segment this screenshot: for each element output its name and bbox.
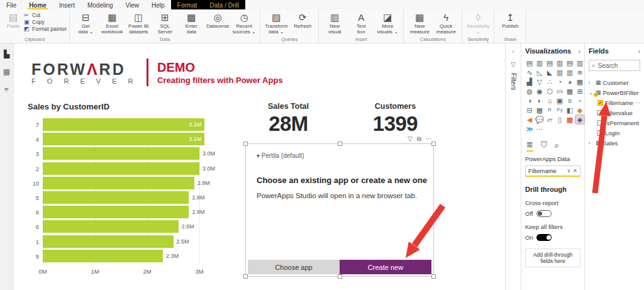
visual-type-icon-25[interactable]: ◐ <box>535 96 544 105</box>
resize-handle-n[interactable] <box>338 142 342 146</box>
resize-handle-nw[interactable] <box>243 142 248 146</box>
visual-type-icon-14[interactable]: ∴ <box>545 77 554 86</box>
visual-type-icon-28[interactable]: ≡ <box>565 96 574 105</box>
app-selector-dropdown[interactable]: ▾ Pertila (default) <box>257 152 304 159</box>
expand-icon[interactable]: ⌄ <box>589 90 594 96</box>
data-view-icon[interactable]: ▦ <box>3 67 11 76</box>
ribbon-tab-data-drill[interactable]: Data / Drill <box>203 0 245 9</box>
card-sales-total[interactable]: Sales Total 28M <box>245 99 331 141</box>
new-measure-button[interactable]: ▦New measure <box>406 11 433 35</box>
visual-type-icon-19[interactable]: ◉ <box>535 87 544 96</box>
visual-type-icon-6[interactable]: ∿ <box>525 68 534 77</box>
collapse-visualizations-icon[interactable]: › <box>579 48 580 55</box>
drill-through-drop-zone[interactable]: Add drill-through fields here <box>525 248 580 267</box>
pill-remove-icon[interactable]: ✕ <box>573 168 577 174</box>
visual-type-icon-4[interactable]: ▤ <box>565 59 574 67</box>
expand-icon[interactable]: › <box>589 80 594 86</box>
visual-type-icon-31[interactable]: ▦ <box>535 106 544 114</box>
visual-type-icon-2[interactable]: ▤ <box>545 59 554 67</box>
chart-bar[interactable] <box>43 206 189 218</box>
fields-search-input[interactable]: ⌕ Search <box>589 60 640 71</box>
ribbon-tab-insert[interactable]: Insert <box>53 0 81 9</box>
visual-type-icon-8[interactable]: ◣ <box>545 68 554 77</box>
visual-type-icon-9[interactable]: ▥ <box>555 68 564 77</box>
fields-field-filtername[interactable]: ✓Filtername⋯ <box>589 98 640 108</box>
visual-type-icon-26[interactable]: ⌂ <box>545 96 554 105</box>
more-visuals-button[interactable]: ◪More visuals ⌄ <box>374 11 401 35</box>
visual-type-icon-39[interactable]: ▯ <box>555 115 564 124</box>
transform-data-button[interactable]: ▨Transform data ⌄ <box>263 11 289 35</box>
visual-type-icon-10[interactable]: ▥ <box>565 68 574 77</box>
visual-type-icon-42[interactable]: ≫ <box>525 125 534 133</box>
visual-type-icon-1[interactable]: ▥ <box>535 59 544 67</box>
chart-bar[interactable] <box>43 118 204 131</box>
power-bi-datasets-button[interactable]: ◫Power BI datasets <box>125 11 152 35</box>
visual-type-icon-3[interactable]: ▥ <box>555 59 564 67</box>
new-visual-button[interactable]: ▥New visual <box>321 11 348 35</box>
dataverse-button[interactable]: ◎Dataverse <box>204 11 231 29</box>
visual-type-icon-23[interactable]: ⊞ <box>575 87 584 96</box>
field-checkbox[interactable] <box>597 130 603 136</box>
keep-all-filters-toggle[interactable] <box>536 234 552 241</box>
field-well-pill-filtername[interactable]: Filtername ∨ ✕ <box>525 165 580 177</box>
visual-type-icon-33[interactable]: Py <box>555 106 564 114</box>
format-painter-button[interactable]: ◩Format painter <box>24 26 67 32</box>
visual-type-icon-40[interactable]: ▩ <box>565 115 574 124</box>
choose-app-button[interactable]: Choose app <box>248 260 340 274</box>
ribbon-tab-help[interactable]: Help <box>145 0 171 9</box>
fields-field-login[interactable]: Login <box>589 128 640 138</box>
chart-bar[interactable] <box>43 191 189 204</box>
fields-field-filtervalue[interactable]: Filtervalue <box>589 108 640 118</box>
visual-type-icon-11[interactable]: ≋ <box>575 68 584 77</box>
create-new-button[interactable]: Create new <box>340 260 431 274</box>
filters-pane-collapsed[interactable]: ‹ ▽ Filters <box>505 43 521 290</box>
enter-data-button[interactable]: ▩Enter data <box>178 11 204 35</box>
collapse-fields-icon[interactable]: › <box>638 48 640 55</box>
visual-type-icon-21[interactable]: ▭ <box>555 87 564 96</box>
recent-sources-button[interactable]: ◷Recent sources ⌄ <box>231 11 257 35</box>
visual-type-icon-43[interactable]: ⋯ <box>535 125 544 133</box>
sql-server-button[interactable]: ⊞SQL Server <box>152 11 178 35</box>
visual-type-icon-32[interactable]: R <box>545 106 554 114</box>
get-data-button[interactable]: ⊟Get data ⌄ <box>72 11 99 35</box>
field-checkbox[interactable] <box>597 110 603 116</box>
visual-type-icon-36[interactable]: ◀ <box>525 115 534 124</box>
chart-bar[interactable] <box>43 235 174 248</box>
viz-tab-analytics-icon[interactable]: ⌕ <box>555 140 559 152</box>
visual-type-icon-5[interactable]: ▥ <box>575 59 584 67</box>
resize-handle-se[interactable] <box>431 274 436 279</box>
report-view-icon[interactable]: ▙ <box>3 50 11 59</box>
cross-report-toggle[interactable] <box>536 210 552 217</box>
paste-button[interactable]: ▤Paste <box>3 11 24 29</box>
visual-type-icon-27[interactable]: ▣ <box>555 96 564 105</box>
viz-tab-fields-wells-icon[interactable]: ≣ <box>526 140 533 152</box>
ribbon-tab-format[interactable]: Format <box>171 0 204 9</box>
ribbon-tab-home[interactable]: Home <box>23 0 53 9</box>
fields-table-sales[interactable]: ›▦Sales <box>589 138 640 148</box>
pill-chevron-icon[interactable]: ∨ <box>567 168 570 174</box>
chart-bar[interactable] <box>43 133 204 145</box>
visual-type-icon-18[interactable]: ◍ <box>525 87 534 96</box>
expand-icon[interactable]: › <box>589 140 594 146</box>
resize-handle-sw[interactable] <box>243 274 248 279</box>
chart-bar[interactable] <box>43 147 199 160</box>
model-view-icon[interactable]: ⫧ <box>3 85 11 94</box>
resize-handle-s[interactable] <box>338 274 342 279</box>
chart-bar[interactable] <box>43 250 163 262</box>
filter-funnel-icon[interactable]: ▽ <box>408 135 413 143</box>
chart-bar[interactable] <box>43 177 194 189</box>
fields-table-powerbifilter[interactable]: ⌄▦✓PowerBIFilter <box>589 87 640 98</box>
focus-mode-icon[interactable]: ⧉ <box>417 135 421 143</box>
cut-button[interactable]: ✂Cut <box>24 12 67 18</box>
fields-field-ispermanent[interactable]: IsPermanent <box>589 118 640 128</box>
refresh-button[interactable]: ⟳Refresh <box>289 11 316 29</box>
visual-type-icon-13[interactable]: ▽ <box>535 77 544 86</box>
visual-type-icon-22[interactable]: ▦ <box>565 87 574 96</box>
ribbon-tab-modeling[interactable]: Modeling <box>81 0 119 9</box>
quick-measure-button[interactable]: ϟQuick measure <box>433 11 459 35</box>
visual-type-icon-20[interactable]: ⬡ <box>545 87 554 96</box>
resize-handle-ne[interactable] <box>431 142 436 146</box>
visual-type-icon-24[interactable]: ◑ <box>525 96 534 105</box>
visual-type-icon-16[interactable]: ◕ <box>565 77 574 86</box>
powerapps-visual[interactable]: ▾ Pertila (default) Choose an existing a… <box>245 143 434 277</box>
